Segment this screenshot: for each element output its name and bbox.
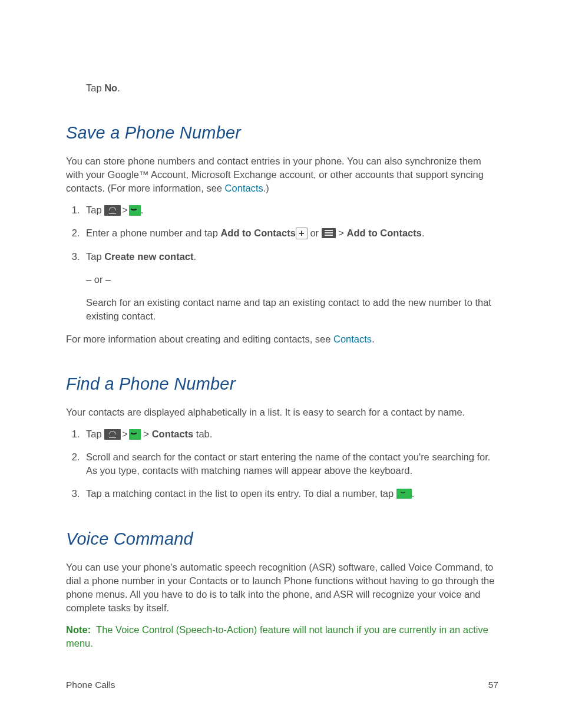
note-body: The Voice Control (Speech-to-Action) fea… [66, 624, 488, 648]
text: For more information about creating and … [66, 334, 333, 344]
text: . [422, 228, 425, 238]
add-contact-icon [296, 228, 308, 239]
list-item: Tap > > Contacts tab. [82, 427, 498, 441]
paragraph: You can use your phone's automatic speec… [66, 561, 498, 615]
footer-section-title: Phone Calls [66, 680, 115, 690]
phone-icon [129, 205, 141, 216]
list-item: Tap >. [82, 203, 498, 217]
text: Tap [86, 205, 104, 215]
chevron-right-icon: > [122, 427, 128, 441]
text: You can store phone numbers and contact … [66, 156, 484, 193]
bold-text: No [104, 83, 117, 93]
list-item: Tap a matching contact in the list to op… [82, 487, 498, 500]
link-contacts[interactable]: Contacts [333, 334, 372, 344]
note-label: Note: [66, 624, 91, 635]
text: Tap [86, 251, 104, 262]
text: . [412, 488, 415, 499]
note-paragraph: Note: The Voice Control (Speech-to-Actio… [66, 623, 498, 650]
phone-icon [129, 429, 141, 440]
alt-instruction: Search for an existing contact name and … [86, 296, 498, 323]
text: . [141, 205, 144, 215]
home-icon [104, 429, 121, 440]
ordered-list: Tap >. Enter a phone number and tap Add … [66, 203, 498, 323]
text: . [372, 334, 375, 344]
bold-text: Contacts [152, 429, 194, 439]
text: or [308, 228, 322, 238]
text: Tap [86, 83, 104, 93]
bold-text: Add to Contacts [347, 228, 422, 238]
menu-icon [322, 228, 336, 238]
bold-text: Add to Contacts [220, 228, 295, 238]
heading-save-phone-number: Save a Phone Number [66, 123, 498, 143]
text: Tap a matching contact in the list to op… [86, 488, 396, 499]
text: Enter a phone number and tap [86, 228, 220, 238]
phone-icon [396, 489, 412, 499]
text: Tap [86, 429, 104, 439]
heading-voice-command: Voice Command [66, 529, 498, 549]
ordered-list: Tap > > Contacts tab. Scroll and search … [66, 427, 498, 500]
or-divider: – or – [86, 273, 498, 286]
home-icon [104, 205, 121, 216]
text: tab. [193, 429, 212, 439]
paragraph: You can store phone numbers and contact … [66, 154, 498, 195]
paragraph: For more information about creating and … [66, 332, 498, 346]
text: . [193, 251, 196, 262]
document-page: Tap No. Save a Phone Number You can stor… [0, 0, 562, 728]
text: . [117, 83, 120, 93]
carryover-step-text: Tap No. [66, 81, 498, 95]
chevron-right-icon: > [122, 203, 128, 217]
paragraph: Your contacts are displayed alphabetical… [66, 406, 498, 419]
list-item: Enter a phone number and tap Add to Cont… [82, 226, 498, 240]
link-contacts[interactable]: Contacts [225, 183, 263, 193]
footer-page-number: 57 [488, 680, 498, 690]
heading-find-phone-number: Find a Phone Number [66, 374, 498, 394]
text: > [141, 429, 152, 439]
bold-text: Create new contact [104, 251, 193, 262]
list-item: Scroll and search for the contact or sta… [82, 450, 498, 477]
list-item: Tap Create new contact. – or – Search fo… [82, 250, 498, 323]
text: .) [263, 183, 269, 193]
text: > [336, 228, 347, 238]
page-footer: Phone Calls 57 [66, 680, 498, 690]
